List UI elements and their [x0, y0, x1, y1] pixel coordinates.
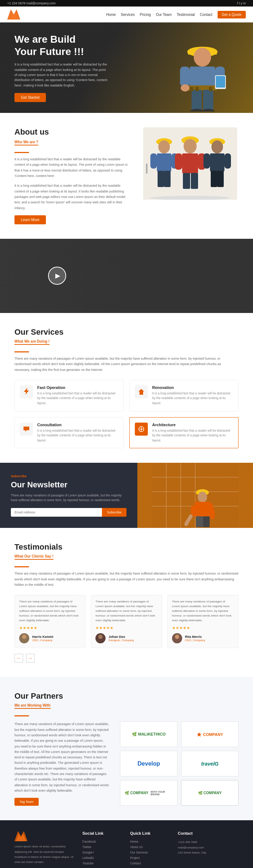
fast-operation-icon	[20, 385, 33, 398]
svg-point-9	[181, 84, 189, 92]
service-renovation-body: It is a long established fact that a rea…	[152, 391, 233, 406]
nav-services[interactable]: Services	[121, 13, 134, 17]
svg-rect-60	[203, 516, 210, 527]
testimonials-title: Testimonials	[14, 542, 239, 552]
svg-point-37	[211, 140, 223, 153]
testimonials-next-button[interactable]: →	[26, 654, 35, 662]
nav-contact[interactable]: Contact	[200, 13, 212, 17]
nav-testimonial[interactable]: Testimonial	[177, 13, 195, 17]
newsletter-body: There are many variations of passages of…	[11, 493, 126, 503]
testimonials-prev-button[interactable]: ←	[14, 654, 23, 662]
partner-logo-1[interactable]: 🌿 MALIKETHICO	[120, 721, 177, 747]
testimonial-1-avatar	[19, 633, 29, 643]
svg-point-63	[98, 635, 103, 639]
testimonials-section: Testimonials What Our Clients Say ! Ther…	[0, 528, 253, 677]
hero-cta-button[interactable]: Get Started	[14, 93, 46, 102]
svg-rect-19	[209, 87, 213, 91]
facebook-icon[interactable]: f	[237, 1, 238, 5]
testimonials-subtitle: What Our Clients Say !	[14, 554, 53, 560]
footer: Lorem ipsum dolor sit amet, consectetur …	[0, 820, 253, 868]
testimonial-card-3: There are many variations of passages of…	[167, 595, 239, 648]
play-icon: ▶	[55, 272, 60, 280]
architecture-icon	[135, 423, 148, 436]
footer-social-facebook[interactable]: Facebook	[82, 840, 123, 843]
svg-rect-57	[194, 502, 210, 516]
footer-social-google[interactable]: Google+	[82, 851, 123, 854]
about-section: About us Who We are ? It is a long estab…	[0, 113, 253, 239]
svg-marker-67	[197, 732, 201, 737]
newsletter-section: Subscribe Our Newsletter There are many …	[0, 463, 253, 528]
testimonials-divider	[14, 566, 29, 567]
newsletter-left: Subscribe Our Newsletter There are many …	[0, 463, 137, 528]
footer-social-list: Facebook Twitter Google+ Linkedin Youtub…	[82, 840, 123, 865]
nav-cta-button[interactable]: Get a Quote	[218, 11, 246, 18]
partners-body: There are many variations of passages of…	[14, 721, 109, 793]
service-card-architecture: Architecture It is a long established fa…	[129, 417, 239, 449]
topbar-right: f t y in	[237, 1, 246, 5]
footer-quick-services[interactable]: Our Services	[130, 851, 171, 854]
testimonial-1-stars: ★★★★★	[19, 626, 81, 630]
testimonial-1-author: Harris Kemmi CEO, Company	[19, 633, 81, 643]
partner-logo-4[interactable]: travelG	[181, 751, 239, 776]
logo[interactable]	[7, 9, 20, 20]
svg-rect-24	[150, 153, 157, 169]
footer-social-youtube[interactable]: Youtube	[82, 861, 123, 865]
nav-team[interactable]: Our Team	[156, 13, 172, 17]
renovation-icon	[135, 385, 148, 398]
svg-rect-18	[195, 87, 199, 91]
nav-home[interactable]: Home	[106, 13, 116, 17]
footer-quick-title: Quick Link	[130, 831, 171, 835]
testimonial-2-info: Johan Deo Designer, Company	[108, 635, 134, 642]
service-card-renovation: Renovation It is a long established fact…	[129, 380, 239, 411]
service-consultation-body: It is a long established fact that a rea…	[37, 428, 118, 443]
testimonial-2-avatar	[95, 633, 106, 643]
youtube-icon[interactable]: y	[241, 1, 243, 5]
testimonial-2-role: Designer, Company	[108, 639, 134, 642]
footer-quick-home[interactable]: Home	[130, 840, 171, 843]
workers-group-illustration	[143, 127, 237, 200]
partner-5-label: 🌿 COMPANYWITH YOUR BRAND	[125, 791, 173, 796]
partners-text: There are many variations of passages of…	[14, 721, 109, 806]
newsletter-form: Subscribe	[11, 508, 126, 517]
play-button[interactable]: ▶	[48, 267, 66, 285]
footer-quick-about[interactable]: About Us	[130, 845, 171, 849]
footer-social-linkedin[interactable]: Linkedin	[82, 856, 123, 860]
workers-svg	[143, 127, 237, 200]
newsletter-email-input[interactable]	[11, 508, 102, 517]
subscribe-button[interactable]: Subscribe	[102, 508, 126, 517]
svg-point-30	[184, 139, 197, 153]
about-learn-button[interactable]: Learn More	[14, 215, 46, 224]
testimonial-1-role: CEO, Company	[32, 639, 53, 642]
footer-quick-contact[interactable]: Contact	[130, 861, 171, 865]
services-intro: There are many variations of passages of…	[14, 356, 231, 373]
linkedin-icon[interactable]: in	[243, 1, 246, 5]
testimonial-3-info: Rita Merris CEO, Company	[185, 635, 205, 642]
partners-tag-button[interactable]: Tag Team	[14, 798, 39, 806]
footer-contact-address: 123 Street Name, City	[178, 850, 239, 855]
testimonials-grid: There are many variations of passages of…	[14, 595, 239, 648]
footer-social-twitter[interactable]: Twitter	[82, 845, 123, 849]
testimonial-3-author: Rita Merris CEO, Company	[172, 633, 234, 643]
partner-logo-2[interactable]: COMPANY	[181, 721, 239, 747]
svg-rect-39	[203, 153, 210, 169]
svg-point-61	[22, 635, 26, 639]
service-fast-body: It is a long established fact that a rea…	[37, 391, 118, 406]
partner-logo-6[interactable]: 🌿 COMPANY	[181, 780, 239, 806]
svg-rect-13	[192, 90, 202, 111]
testimonial-2-author: Johan Deo Designer, Company	[95, 633, 157, 643]
svg-rect-41	[211, 171, 217, 187]
testimonial-1-info: Harris Kemmi CEO, Company	[32, 635, 53, 642]
hero-worker-illustration	[166, 32, 239, 111]
svg-rect-28	[146, 164, 147, 174]
partner-logo-5[interactable]: 🌿 COMPANYWITH YOUR BRAND	[120, 780, 177, 806]
partner-logo-3[interactable]: Develop	[120, 751, 177, 776]
testimonial-1-body: There are many variations of passages of…	[19, 600, 81, 623]
footer-quick-col: Quick Link Home About Us Our Services Pr…	[130, 831, 171, 867]
service-fast-title: Fast Operation	[37, 385, 118, 390]
twitter-icon[interactable]: t	[239, 1, 240, 5]
testimonial-3-stars: ★★★★★	[172, 626, 234, 630]
svg-point-56	[198, 492, 207, 503]
footer-quick-project[interactable]: Project	[130, 856, 171, 860]
consultation-icon	[20, 423, 33, 436]
nav-pricing[interactable]: Pricing	[140, 13, 151, 17]
